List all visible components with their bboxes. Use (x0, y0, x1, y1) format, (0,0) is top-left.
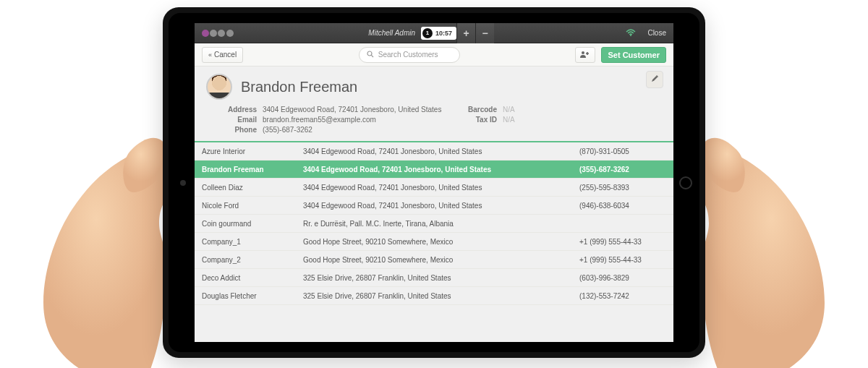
row-name: Nicole Ford (202, 202, 303, 210)
customer-row[interactable]: Company_2Good Hope Street, 90210 Somewhe… (195, 251, 673, 269)
row-address: Good Hope Street, 90210 Somewhere, Mexic… (303, 238, 579, 246)
order-count-clock[interactable]: 1 10:57 (421, 27, 456, 40)
row-name: Coin gourmand (202, 220, 303, 228)
right-hand (687, 122, 846, 368)
customer-row[interactable]: Coin gourmandRr. e Durrësit, Pall. M.C. … (195, 215, 673, 233)
customer-list[interactable]: Azure Interior3404 Edgewood Road, 72401 … (195, 142, 673, 342)
cancel-label: Cancel (214, 51, 237, 59)
tablet-home-button[interactable] (679, 176, 692, 189)
search-placeholder: Search Customers (378, 51, 438, 59)
row-phone: (870)-931-0505 (579, 147, 666, 155)
set-customer-button[interactable]: Set Customer (601, 47, 666, 63)
customer-row[interactable]: Deco Addict325 Elsie Drive, 26807 Frankl… (195, 269, 673, 287)
row-name: Azure Interior (202, 147, 303, 155)
row-name: Deco Addict (202, 274, 303, 282)
taxid-label: Tax ID (456, 116, 497, 124)
row-address: 3404 Edgewood Road, 72401 Jonesboro, Uni… (303, 184, 579, 192)
row-name: Company_1 (202, 238, 303, 246)
customer-fields: Address 3404 Edgewood Road, 72401 Jonesb… (216, 106, 662, 134)
row-address: 3404 Edgewood Road, 72401 Jonesboro, Uni… (303, 147, 579, 155)
customer-row[interactable]: Brandon Freeman3404 Edgewood Road, 72401… (195, 161, 673, 179)
new-order-button[interactable]: + (456, 23, 475, 43)
phone-value: (355)-687-3262 (263, 126, 451, 134)
customer-row[interactable]: Azure Interior3404 Edgewood Road, 72401 … (195, 142, 673, 161)
minus-icon: − (482, 27, 488, 39)
row-address: Good Hope Street, 90210 Somewhere, Mexic… (303, 256, 579, 264)
remove-order-button[interactable]: − (475, 23, 494, 43)
row-address: 3404 Edgewood Road, 72401 Jonesboro, Uni… (303, 166, 579, 174)
row-address: 325 Elsie Drive, 26807 Franklin, United … (303, 292, 579, 300)
action-bar: « Cancel Search Customers Se (195, 43, 673, 67)
row-name: Brandon Freeman (202, 166, 303, 174)
search-input[interactable]: Search Customers (359, 47, 460, 63)
tablet-camera (180, 180, 186, 186)
odoo-logo (195, 30, 241, 37)
customer-row[interactable]: Nicole Ford3404 Edgewood Road, 72401 Jon… (195, 197, 673, 215)
customer-name: Brandon Freeman (241, 79, 357, 95)
row-phone: (603)-996-3829 (579, 274, 666, 282)
svg-point-1 (367, 51, 372, 56)
app-screen: Mitchell Admin 1 10:57 + − Close « Cance… (195, 23, 673, 342)
clock-time: 10:57 (435, 30, 452, 37)
current-user-label: Mitchell Admin (368, 29, 421, 37)
customer-row[interactable]: Colleen Diaz3404 Edgewood Road, 72401 Jo… (195, 179, 673, 197)
tablet-device: Mitchell Admin 1 10:57 + − Close « Cance… (163, 7, 705, 358)
left-hand (22, 122, 181, 368)
customer-row[interactable]: Douglas Fletcher325 Elsie Drive, 26807 F… (195, 287, 673, 305)
email-value: brandon.freeman55@example.com (263, 116, 451, 124)
svg-point-3 (582, 51, 584, 54)
search-icon (367, 51, 374, 59)
row-phone: (132)-553-7242 (579, 292, 666, 300)
top-bar: Mitchell Admin 1 10:57 + − Close (195, 23, 673, 43)
row-address: 3404 Edgewood Road, 72401 Jonesboro, Uni… (303, 202, 579, 210)
close-button[interactable]: Close (640, 29, 673, 37)
set-customer-label: Set Customer (608, 51, 660, 59)
row-phone: (355)-687-3262 (579, 166, 666, 174)
row-phone: (255)-595-8393 (579, 184, 666, 192)
address-label: Address (216, 106, 257, 114)
row-phone: (946)-638-6034 (579, 202, 666, 210)
row-phone: +1 (999) 555-44-33 (579, 256, 666, 264)
customer-row[interactable]: Company_1Good Hope Street, 90210 Somewhe… (195, 233, 673, 251)
phone-label: Phone (216, 126, 257, 134)
edit-customer-button[interactable] (646, 71, 663, 88)
row-address: Rr. e Durrësit, Pall. M.C. Inerte, Tiran… (303, 220, 579, 228)
customer-avatar (206, 74, 232, 100)
svg-line-2 (371, 55, 373, 57)
customer-detail: Brandon Freeman Address 3404 Edgewood Ro… (195, 67, 673, 142)
user-plus-icon (580, 51, 590, 59)
pencil-icon (650, 73, 659, 86)
address-value: 3404 Edgewood Road, 72401 Jonesboro, Uni… (263, 106, 451, 114)
taxid-value: N/A (503, 116, 546, 124)
barcode-value: N/A (503, 106, 546, 114)
barcode-label: Barcode (456, 106, 497, 114)
cancel-button[interactable]: « Cancel (202, 47, 243, 63)
row-phone: +1 (999) 555-44-33 (579, 238, 666, 246)
chevron-left-icon: « (208, 51, 212, 59)
row-name: Douglas Fletcher (202, 292, 303, 300)
row-name: Colleen Diaz (202, 184, 303, 192)
wifi-icon (621, 28, 640, 38)
row-name: Company_2 (202, 256, 303, 264)
email-label: Email (216, 116, 257, 124)
add-customer-button[interactable] (575, 47, 595, 63)
row-address: 325 Elsie Drive, 26807 Franklin, United … (303, 274, 579, 282)
svg-point-0 (630, 35, 631, 36)
order-count-badge: 1 (422, 28, 433, 38)
plus-icon: + (463, 27, 469, 39)
